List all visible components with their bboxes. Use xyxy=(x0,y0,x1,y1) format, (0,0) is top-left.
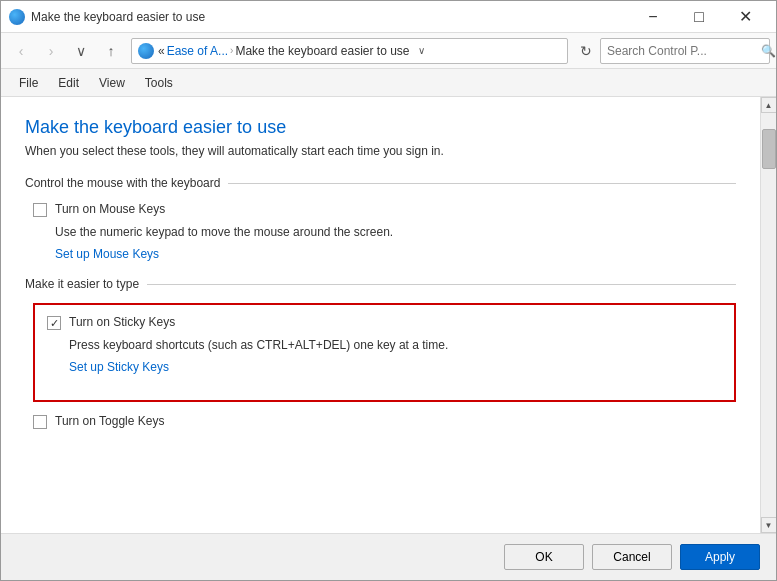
section1-line xyxy=(228,183,736,184)
title-bar: Make the keyboard easier to use − □ ✕ xyxy=(1,1,776,33)
section2-line xyxy=(147,284,736,285)
scroll-up-arrow[interactable]: ▲ xyxy=(761,97,777,113)
up-button[interactable]: ↑ xyxy=(97,37,125,65)
mouse-keys-label: Turn on Mouse Keys xyxy=(55,202,165,216)
menu-edit[interactable]: Edit xyxy=(48,72,89,94)
section2-label: Make it easier to type xyxy=(25,277,139,291)
mouse-keys-link[interactable]: Set up Mouse Keys xyxy=(25,247,736,261)
cancel-button[interactable]: Cancel xyxy=(592,544,672,570)
menu-file[interactable]: File xyxy=(9,72,48,94)
scroll-down-arrow[interactable]: ▼ xyxy=(761,517,777,533)
menu-view[interactable]: View xyxy=(89,72,135,94)
breadcrumb-separator: › xyxy=(230,45,233,56)
forward-button[interactable]: › xyxy=(37,37,65,65)
dropdown-button[interactable]: ∨ xyxy=(67,37,95,65)
scrollbar[interactable]: ▲ ▼ xyxy=(760,97,776,533)
button-bar: OK Cancel Apply xyxy=(1,533,776,580)
sticky-keys-link[interactable]: Set up Sticky Keys xyxy=(47,360,722,374)
content-area: Make the keyboard easier to use When you… xyxy=(1,97,760,533)
breadcrumb-current: Make the keyboard easier to use xyxy=(235,44,409,58)
breadcrumb: « Ease of A... › Make the keyboard easie… xyxy=(158,44,410,58)
page-subtitle: When you select these tools, they will a… xyxy=(25,144,736,158)
section2-header: Make it easier to type xyxy=(25,277,736,291)
window-title: Make the keyboard easier to use xyxy=(31,10,205,24)
refresh-button[interactable]: ↻ xyxy=(574,39,598,63)
address-dropdown-arrow[interactable]: ∨ xyxy=(418,45,425,56)
search-box: 🔍 xyxy=(600,38,770,64)
menu-tools[interactable]: Tools xyxy=(135,72,183,94)
main-window: Make the keyboard easier to use − □ ✕ ‹ … xyxy=(0,0,777,581)
maximize-button[interactable]: □ xyxy=(676,1,722,33)
breadcrumb-parent[interactable]: Ease of A... xyxy=(167,44,228,58)
search-input[interactable] xyxy=(607,44,757,58)
back-button[interactable]: ‹ xyxy=(7,37,35,65)
title-bar-controls: − □ ✕ xyxy=(630,1,768,33)
minimize-button[interactable]: − xyxy=(630,1,676,33)
sticky-keys-label: Turn on Sticky Keys xyxy=(69,315,175,329)
sticky-keys-highlighted: ✓ Turn on Sticky Keys Press keyboard sho… xyxy=(33,303,736,402)
mouse-keys-description: Use the numeric keypad to move the mouse… xyxy=(25,225,736,239)
nav-bar: ‹ › ∨ ↑ « Ease of A... › Make the keyboa… xyxy=(1,33,776,69)
toggle-keys-label: Turn on Toggle Keys xyxy=(55,414,164,428)
address-icon xyxy=(138,43,154,59)
mouse-keys-option: Turn on Mouse Keys xyxy=(25,202,736,217)
search-icon: 🔍 xyxy=(761,44,776,58)
section1-header: Control the mouse with the keyboard xyxy=(25,176,736,190)
breadcrumb-prefix: « xyxy=(158,44,165,58)
apply-button[interactable]: Apply xyxy=(680,544,760,570)
close-button[interactable]: ✕ xyxy=(722,1,768,33)
toggle-keys-checkbox[interactable] xyxy=(33,415,47,429)
sticky-keys-checkbox[interactable]: ✓ xyxy=(47,316,61,330)
address-bar: « Ease of A... › Make the keyboard easie… xyxy=(131,38,568,64)
toggle-keys-option: Turn on Toggle Keys xyxy=(25,414,736,429)
page-title: Make the keyboard easier to use xyxy=(25,117,736,138)
content-wrapper: Make the keyboard easier to use When you… xyxy=(1,97,776,533)
ok-button[interactable]: OK xyxy=(504,544,584,570)
mouse-keys-checkbox[interactable] xyxy=(33,203,47,217)
window-icon xyxy=(9,9,25,25)
menu-bar: File Edit View Tools xyxy=(1,69,776,97)
check-mark: ✓ xyxy=(50,317,59,330)
title-bar-left: Make the keyboard easier to use xyxy=(9,9,205,25)
section1-label: Control the mouse with the keyboard xyxy=(25,176,220,190)
scroll-thumb[interactable] xyxy=(762,129,776,169)
sticky-keys-option: ✓ Turn on Sticky Keys xyxy=(47,315,722,330)
sticky-keys-description: Press keyboard shortcuts (such as CTRL+A… xyxy=(47,338,722,352)
